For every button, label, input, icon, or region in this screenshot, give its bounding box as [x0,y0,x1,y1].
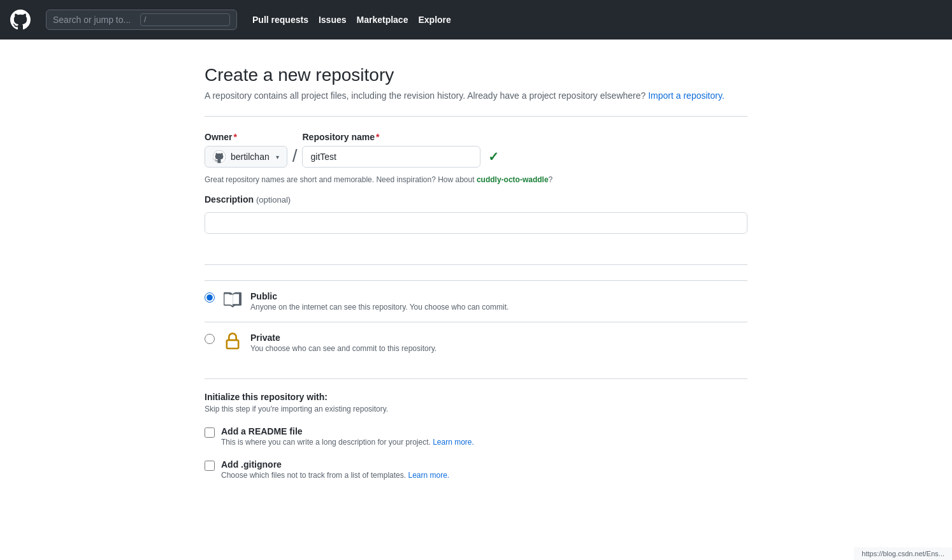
readme-checkbox[interactable] [205,427,215,438]
init-title: Initialize this repository with: [205,392,747,402]
init-section: Initialize this repository with: Skip th… [205,378,747,480]
repo-name-valid-icon: ✓ [488,149,499,164]
desc-label: Description (optional) [205,194,747,205]
owner-name: bertilchan [231,152,270,162]
repo-name-label: Repository name* [302,132,499,142]
repo-name-helper: Great repository names are short and mem… [205,175,747,184]
nav-issues[interactable]: Issues [319,15,347,25]
owner-label: Owner* [205,132,287,142]
public-radio[interactable] [205,292,215,303]
nav-explore[interactable]: Explore [418,15,451,25]
owner-group: Owner* bertilchan ▾ [205,132,287,168]
owner-avatar [213,150,226,163]
search-bar[interactable]: Search or jump to... / [46,10,237,30]
public-text: Public Anyone on the internet can see th… [250,291,508,312]
owner-selector[interactable]: bertilchan ▾ [205,146,287,168]
gitignore-option: Add .gitignore Choose which files not to… [205,459,747,480]
private-text: Private You choose who can see and commi… [250,333,436,353]
suggestion-link[interactable]: cuddly-octo-waddle [477,175,549,184]
nav-links: Pull requests Issues Marketplace Explore [252,15,451,25]
nav-marketplace[interactable]: Marketplace [357,15,408,25]
repo-name-group: Repository name* ✓ [302,132,499,168]
section-divider [205,116,747,117]
search-kbd-hint: / [140,13,230,26]
owner-repo-row: Owner* bertilchan ▾ / Repository name* ✓ [205,132,747,168]
page-description: A repository contains all project files,… [205,90,747,101]
public-icon [222,290,243,310]
repo-name-required-star: * [376,132,379,142]
nav-pull-requests[interactable]: Pull requests [252,15,308,25]
github-logo[interactable] [10,10,31,30]
page-title: Create a new repository [205,65,747,85]
main-content: Create a new repository A repository con… [189,65,763,480]
description-group: Description (optional) [205,194,747,249]
owner-chevron-icon: ▾ [276,154,279,161]
search-placeholder-text: Search or jump to... [53,15,135,25]
readme-option: Add a README file This is where you can … [205,426,747,447]
import-repo-link[interactable]: Import a repository. [648,90,725,101]
navbar: Search or jump to... / Pull requests Iss… [0,0,952,39]
private-icon [222,331,243,352]
gitignore-checkbox[interactable] [205,461,215,471]
owner-required-star: * [234,132,237,142]
public-option: Public Anyone on the internet can see th… [205,280,747,322]
repo-name-input[interactable] [302,146,480,168]
path-separator: / [292,146,298,168]
readme-learn-more-link[interactable]: Learn more. [433,438,474,447]
readme-text: Add a README file This is where you can … [221,426,474,447]
visibility-divider [205,264,747,265]
description-input[interactable] [205,212,747,234]
private-option: Private You choose who can see and commi… [205,322,747,363]
gitignore-learn-more-link[interactable]: Learn more. [408,471,449,480]
private-radio[interactable] [205,334,215,344]
gitignore-text: Add .gitignore Choose which files not to… [221,459,449,480]
init-subtitle: Skip this step if you're importing an ex… [205,405,747,413]
